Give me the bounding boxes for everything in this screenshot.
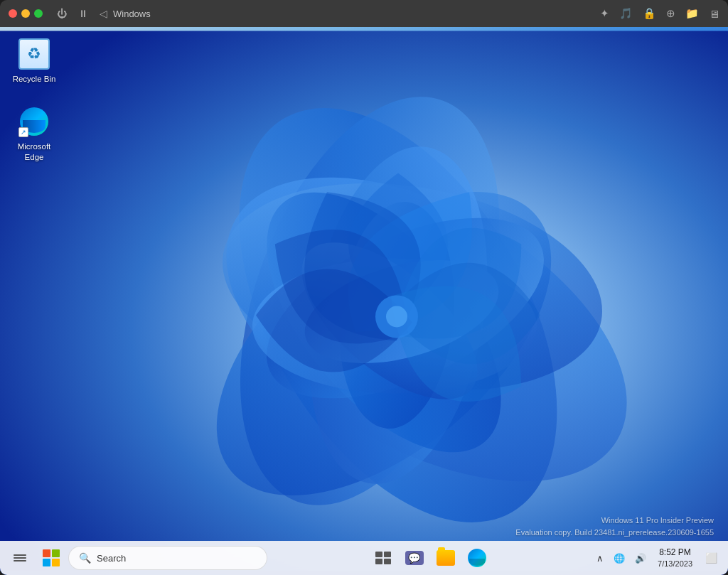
mac-close-button[interactable] (9, 9, 17, 18)
explorer-icon (437, 550, 455, 566)
start-button[interactable] (37, 544, 65, 572)
tv-square-2 (384, 552, 391, 557)
mac-minimize-button[interactable] (21, 9, 30, 18)
mac-window: ⏻ ⏸ ◁ Windows ✦ 🎵 🔒 ⊕ 📁 🖥 (0, 0, 728, 575)
globe-icon: 🌐 (614, 553, 625, 564)
mac-maximize-button[interactable] (34, 9, 43, 18)
taskbar-center-icons: 💬 (270, 544, 589, 572)
recycle-bin-icon[interactable]: ♻ Recycle Bin (6, 34, 63, 87)
tray-overflow-button[interactable]: ∧ (592, 550, 608, 566)
clock-date: 7/13/2023 (658, 559, 692, 569)
recycle-bin-image: ♻ (17, 37, 51, 71)
edge-shortcut-arrow: ↗ (18, 127, 28, 137)
search-label: Search (97, 553, 126, 564)
screen-icon: 🖥 (709, 8, 719, 20)
win-logo-q1 (43, 549, 50, 557)
search-icon: 🔍 (79, 552, 91, 564)
widgets-button[interactable] (6, 544, 34, 572)
microsoft-edge-icon[interactable]: ↗ Microsoft Edge (6, 102, 63, 166)
task-view-icon (375, 552, 391, 564)
edge-taskbar-button[interactable] (463, 544, 491, 572)
recycle-arrows-icon: ♻ (27, 45, 41, 63)
share-icon: ⊕ (666, 7, 675, 20)
chevron-up-icon: ∧ (596, 553, 604, 564)
mac-window-controls (9, 9, 43, 18)
recycle-bin-graphic: ♻ (18, 38, 50, 70)
lock-icon: 🔒 (643, 7, 656, 20)
file-explorer-button[interactable] (432, 544, 460, 572)
win-logo-q3 (43, 559, 50, 566)
mac-title-label: Windows (113, 9, 151, 19)
brightness-icon: ✦ (600, 7, 609, 20)
mac-back-button[interactable]: ◁ (100, 8, 107, 19)
wallpaper-svg (0, 27, 728, 575)
win-logo-q2 (52, 549, 60, 557)
tv-square-4 (384, 559, 391, 564)
watermark-line2: Evaluation copy. Build 23481.ni_prerelea… (515, 527, 714, 539)
system-tray: ∧ 🌐 🔊 8:52 PM 7/13/2023 ⬜ (592, 545, 722, 571)
taskbar-search-bar[interactable]: 🔍 Search (68, 546, 267, 570)
recycle-bin-label: Recycle Bin (13, 74, 56, 85)
windows-desktop[interactable]: ♻ Recycle Bin ↗ Microsoft Edge (0, 27, 728, 575)
edge-taskbar-icon (468, 549, 486, 567)
tv-square-3 (375, 559, 382, 564)
win-logo-q4 (52, 559, 60, 566)
notification-button[interactable]: ⬜ (700, 545, 722, 571)
folder-icon: 📁 (685, 7, 699, 20)
edge-icon-image: ↗ (17, 104, 51, 139)
mac-titlebar: ⏻ ⏸ ◁ Windows ✦ 🎵 🔒 ⊕ 📁 🖥 (0, 0, 728, 27)
meet-icon-symbol: 💬 (408, 552, 420, 564)
windows-logo (43, 549, 60, 566)
tv-square-1 (375, 552, 382, 557)
svg-point-14 (386, 306, 407, 328)
meet-now-button[interactable]: 💬 (400, 544, 429, 572)
language-button[interactable]: 🌐 (609, 550, 629, 566)
clock-time: 8:52 PM (659, 547, 691, 559)
notification-icon: ⬜ (705, 552, 717, 564)
mac-titlebar-right: ✦ 🎵 🔒 ⊕ 📁 🖥 (600, 7, 719, 20)
audio-icon: 🎵 (619, 7, 633, 20)
meet-icon: 💬 (405, 551, 424, 565)
mac-nav-controls: ⏻ ⏸ ◁ (57, 8, 107, 19)
windows-watermark: Windows 11 Pro Insider Preview Evaluatio… (515, 515, 714, 539)
volume-icon: 🔊 (635, 553, 646, 564)
edge-icon-wrapper: ↗ (18, 106, 50, 137)
desktop-icons: ♻ Recycle Bin ↗ Microsoft Edge (6, 34, 63, 166)
mac-pause-button[interactable]: ⏸ (78, 8, 88, 19)
watermark-line1: Windows 11 Pro Insider Preview (515, 515, 714, 527)
volume-button[interactable]: 🔊 (631, 550, 651, 566)
task-view-button[interactable] (369, 544, 397, 572)
mac-power-button[interactable]: ⏻ (57, 8, 67, 19)
edge-icon-label: Microsoft Edge (9, 141, 60, 163)
taskbar-clock[interactable]: 8:52 PM 7/13/2023 (652, 546, 698, 570)
windows-taskbar: 🔍 Search 💬 (0, 541, 728, 575)
